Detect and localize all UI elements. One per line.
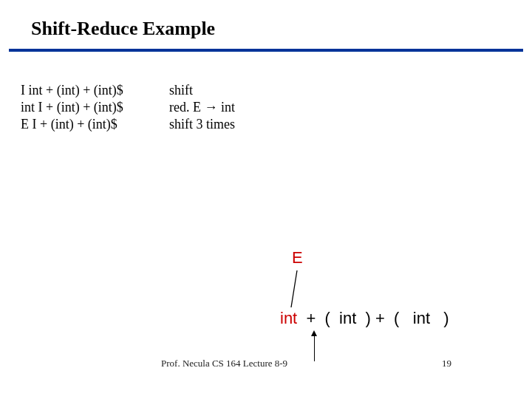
step-action: shift xyxy=(169,83,193,98)
token-int: int xyxy=(280,309,297,327)
slide: Shift-Reduce Example I int + (int) + (in… xyxy=(0,0,532,399)
step-row: E I + (int) + (int)$ shift 3 times xyxy=(21,117,235,132)
token-seg: + ( xyxy=(297,309,339,327)
derivation-steps: I int + (int) + (int)$ shift int I + (in… xyxy=(21,83,235,134)
footer-left: Prof. Necula CS 164 Lecture 8-9 xyxy=(161,358,287,369)
svg-line-0 xyxy=(291,270,297,307)
token-int: int xyxy=(413,309,430,327)
step-config: E I + (int) + (int)$ xyxy=(21,117,169,132)
step-config: I int + (int) + (int)$ xyxy=(21,83,169,98)
title-rule xyxy=(9,49,523,52)
token-seg: ) xyxy=(430,309,449,327)
cursor-marker xyxy=(314,332,315,361)
step-row: int I + (int) + (int)$ red. E → int xyxy=(21,100,235,115)
arrow-icon: → xyxy=(204,100,217,115)
step-config: int I + (int) + (int)$ xyxy=(21,100,169,115)
token-seg: ) + ( xyxy=(356,309,412,327)
page-title: Shift-Reduce Example xyxy=(31,18,215,40)
step-action: shift 3 times xyxy=(169,117,235,132)
token-int: int xyxy=(339,309,356,327)
footer-page-number: 19 xyxy=(442,358,451,369)
step-row: I int + (int) + (int)$ shift xyxy=(21,83,235,98)
token-stream: int + ( int ) + ( int ) xyxy=(280,309,449,328)
step-action: red. E → int xyxy=(169,100,235,115)
